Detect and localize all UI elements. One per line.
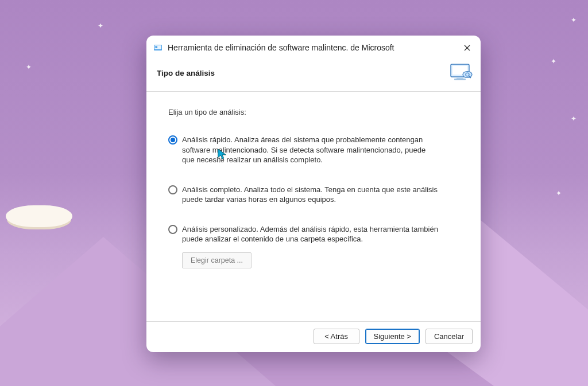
back-button[interactable]: < Atrás bbox=[314, 329, 359, 344]
bg-star: ✦ bbox=[26, 63, 32, 71]
scan-monitor-icon bbox=[448, 61, 474, 84]
radio-quick-scan[interactable] bbox=[168, 135, 177, 145]
bg-star: ✦ bbox=[98, 22, 103, 30]
bg-cloud bbox=[6, 205, 72, 227]
cancel-button[interactable]: Cancelar bbox=[425, 329, 473, 344]
option-custom-scan[interactable]: Análisis personalizado. Además del análi… bbox=[168, 224, 438, 244]
mrt-dialog: Herramienta de eliminación de software m… bbox=[146, 36, 481, 352]
app-icon bbox=[153, 43, 163, 52]
radio-full-scan[interactable] bbox=[168, 185, 177, 194]
bg-star: ✦ bbox=[551, 57, 556, 65]
dialog-footer: < Atrás Siguiente > Cancelar bbox=[146, 322, 481, 352]
option-full-scan-text: Análisis completo. Analiza todo el siste… bbox=[182, 185, 438, 205]
next-button[interactable]: Siguiente > bbox=[365, 329, 420, 344]
option-quick-scan[interactable]: Análisis rápido. Analiza áreas del siste… bbox=[168, 135, 438, 165]
close-button[interactable] bbox=[459, 41, 475, 54]
bg-star: ✦ bbox=[571, 16, 577, 24]
section-header: Tipo de análisis bbox=[146, 59, 481, 92]
window-title: Herramienta de eliminación de software m… bbox=[168, 43, 459, 52]
option-full-scan[interactable]: Análisis completo. Analiza todo el siste… bbox=[168, 185, 438, 205]
bg-star: ✦ bbox=[571, 115, 577, 123]
section-title: Tipo de análisis bbox=[157, 69, 448, 77]
option-custom-scan-text: Análisis personalizado. Además del análi… bbox=[182, 224, 438, 244]
prompt-text: Elija un tipo de análisis: bbox=[168, 108, 465, 116]
svg-point-7 bbox=[463, 72, 472, 78]
radio-custom-scan[interactable] bbox=[168, 225, 177, 234]
bg-star: ✦ bbox=[556, 189, 562, 197]
choose-folder-button[interactable]: Elegir carpeta ... bbox=[182, 252, 252, 268]
svg-rect-5 bbox=[457, 77, 463, 79]
svg-point-2 bbox=[155, 46, 157, 48]
dialog-content: Elija un tipo de análisis: Análisis rápi… bbox=[146, 92, 481, 322]
close-icon bbox=[464, 45, 470, 51]
svg-rect-6 bbox=[454, 79, 466, 80]
titlebar: Herramienta de eliminación de software m… bbox=[146, 36, 481, 59]
option-quick-scan-text: Análisis rápido. Analiza áreas del siste… bbox=[182, 135, 438, 165]
